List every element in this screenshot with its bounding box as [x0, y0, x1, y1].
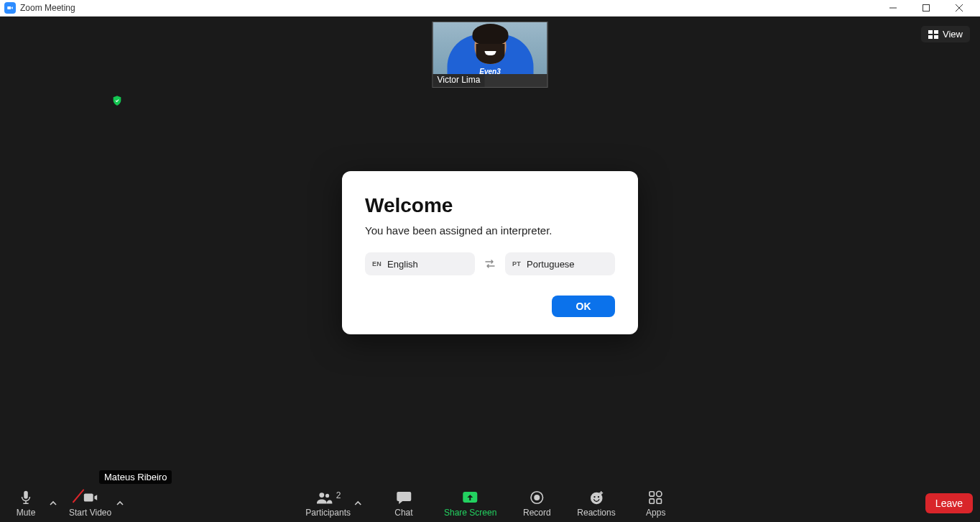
dialog-title: Welcome [365, 194, 615, 217]
share-screen-icon [462, 490, 479, 505]
apps-button[interactable]: Apps [637, 490, 675, 518]
microphone-icon [17, 490, 34, 505]
window-close-button[interactable] [943, 0, 976, 17]
window-minimize-button[interactable] [877, 0, 910, 17]
shirt-text: Even3 [479, 68, 500, 74]
encryption-shield-icon[interactable] [111, 95, 123, 106]
camera-off-icon [82, 490, 99, 505]
participant-avatar: Even3 [433, 22, 547, 74]
svg-rect-8 [934, 35, 938, 39]
svg-point-13 [319, 493, 324, 498]
dialog-message: You have been assigned an interpreter. [365, 224, 615, 237]
svg-rect-7 [928, 35, 933, 39]
language-from-pill[interactable]: EN English [365, 252, 475, 275]
svg-rect-5 [928, 30, 933, 34]
window-maximize-button[interactable] [910, 0, 943, 17]
self-name-label: Mateus Ribeiro [99, 470, 172, 484]
svg-point-20 [598, 495, 599, 497]
language-from-label: English [387, 259, 418, 270]
ok-button[interactable]: OK [552, 296, 615, 317]
window-titlebar: Zoom Meeting [0, 0, 980, 17]
language-to-label: Portuguese [527, 259, 575, 270]
chat-icon [395, 490, 412, 505]
svg-rect-6 [934, 30, 938, 34]
chat-button[interactable]: Chat [385, 490, 422, 518]
share-screen-label: Share Screen [444, 508, 496, 518]
view-button[interactable]: View [921, 26, 970, 42]
language-to-code: PT [512, 260, 521, 267]
participants-count: 2 [336, 490, 341, 500]
reactions-label: Reactions [577, 508, 615, 518]
mute-button[interactable]: Mute [7, 490, 45, 518]
start-video-button[interactable]: Start Video [69, 490, 111, 518]
participants-options-caret[interactable] [352, 489, 364, 518]
mute-label: Mute [17, 508, 36, 518]
meeting-canvas: Even3 Victor Lima View Mateus Ribeiro We… [0, 17, 980, 522]
svg-rect-0 [7, 6, 11, 9]
svg-rect-2 [923, 5, 930, 12]
reactions-button[interactable]: Reactions [577, 490, 615, 518]
svg-rect-12 [83, 493, 93, 501]
record-icon [528, 490, 545, 505]
record-label: Record [523, 508, 551, 518]
svg-point-17 [535, 495, 539, 499]
grid-icon [928, 30, 938, 39]
chevron-up-icon [354, 500, 361, 507]
svg-rect-23 [657, 498, 662, 503]
svg-point-14 [325, 493, 328, 497]
language-to-pill[interactable]: PT Portuguese [505, 252, 615, 275]
svg-rect-9 [24, 490, 28, 498]
svg-rect-21 [650, 491, 654, 495]
leave-button[interactable]: Leave [925, 493, 973, 513]
window-title: Zoom Meeting [20, 3, 75, 13]
chat-label: Chat [394, 508, 412, 518]
interpreter-welcome-dialog: Welcome You have been assigned an interp… [342, 171, 638, 334]
start-video-label: Start Video [69, 508, 111, 518]
participants-button[interactable]: 2 Participants [305, 490, 351, 518]
zoom-app-icon [4, 2, 16, 14]
chevron-up-icon [50, 500, 57, 507]
language-pair-row: EN English PT Portuguese [365, 252, 615, 275]
chevron-up-icon [116, 500, 124, 507]
apps-icon [647, 490, 665, 505]
audio-options-caret[interactable] [47, 489, 59, 518]
language-from-code: EN [372, 260, 382, 267]
svg-rect-22 [650, 498, 654, 503]
apps-label: Apps [646, 508, 665, 518]
participants-icon [315, 490, 333, 505]
participants-label: Participants [305, 508, 351, 518]
svg-point-19 [593, 495, 595, 497]
video-options-caret[interactable] [114, 489, 126, 518]
share-screen-button[interactable]: Share Screen [444, 490, 496, 518]
participant-video-thumbnail[interactable]: Even3 Victor Lima [433, 22, 548, 88]
reactions-icon [588, 490, 605, 505]
svg-point-24 [657, 491, 662, 496]
swap-icon [484, 259, 496, 269]
view-button-label: View [943, 29, 963, 40]
participant-name-label: Victor Lima [433, 74, 485, 87]
meeting-toolbar: Mute Start Video [0, 484, 980, 522]
record-button[interactable]: Record [518, 490, 555, 518]
